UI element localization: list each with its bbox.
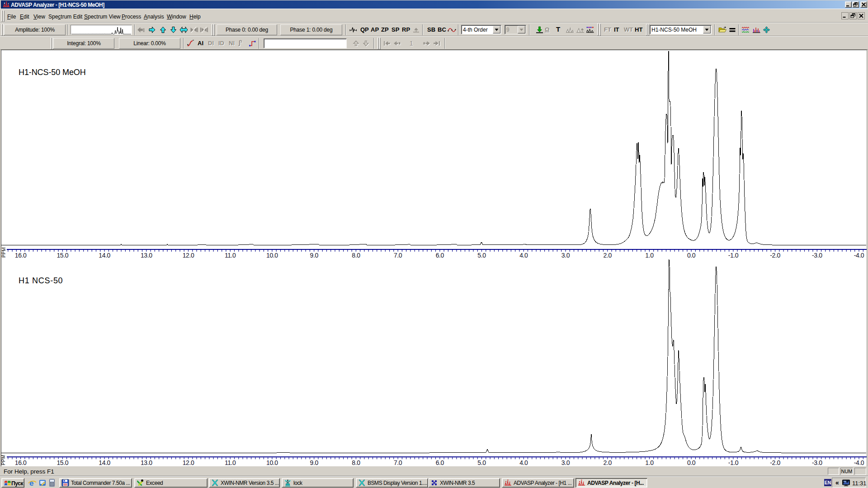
svg-text:16.0: 16.0 (15, 252, 27, 259)
svg-text:10.0: 10.0 (266, 459, 278, 466)
svg-text:3.0: 3.0 (561, 252, 570, 259)
svg-text:12.0: 12.0 (183, 459, 194, 466)
svg-text:e: e (29, 479, 33, 487)
svg-text:4.0: 4.0 (519, 459, 528, 466)
svg-text:13.0: 13.0 (141, 252, 152, 259)
svg-text:5.0: 5.0 (477, 459, 486, 466)
svg-text:H1-NCS-50 MeOH: H1-NCS-50 MeOH (19, 68, 86, 77)
svg-text:14.0: 14.0 (99, 252, 110, 259)
svg-text:8.0: 8.0 (352, 459, 360, 466)
svg-text:3.0: 3.0 (561, 459, 570, 466)
svg-text:PPM: PPM (1, 247, 6, 258)
svg-text:8.0: 8.0 (352, 252, 360, 259)
svg-text:-3.0: -3.0 (812, 252, 822, 259)
svg-text:-4.0: -4.0 (854, 459, 864, 466)
svg-text:2.0: 2.0 (604, 459, 612, 466)
svg-text:1.0: 1.0 (645, 459, 654, 466)
svg-text:6.0: 6.0 (436, 252, 444, 259)
svg-text:9.0: 9.0 (310, 459, 319, 466)
svg-text:-2.0: -2.0 (770, 459, 780, 466)
svg-text:0.0: 0.0 (687, 459, 696, 466)
svg-text:PPM: PPM (1, 455, 6, 465)
svg-text:-1.0: -1.0 (728, 252, 739, 259)
svg-text:11.0: 11.0 (225, 459, 236, 466)
svg-text:-2.0: -2.0 (770, 252, 780, 259)
svg-text:13.0: 13.0 (141, 459, 152, 466)
svg-text:14.0: 14.0 (99, 459, 110, 466)
svg-text:7.0: 7.0 (394, 459, 402, 466)
svg-text:2.0: 2.0 (604, 252, 612, 259)
svg-text:6.0: 6.0 (436, 459, 444, 466)
svg-text:-1.0: -1.0 (728, 459, 739, 466)
svg-text:-4.0: -4.0 (854, 252, 864, 259)
svg-text:7.0: 7.0 (394, 252, 402, 259)
svg-text:15.0: 15.0 (57, 459, 68, 466)
svg-text:5.0: 5.0 (477, 252, 486, 259)
svg-text:0.0: 0.0 (687, 252, 696, 259)
svg-text:16.0: 16.0 (15, 459, 27, 466)
svg-text:15.0: 15.0 (57, 252, 68, 259)
svg-text:12.0: 12.0 (183, 252, 194, 259)
svg-text:9.0: 9.0 (310, 252, 319, 259)
svg-text:11.0: 11.0 (225, 252, 236, 259)
svg-text:4.0: 4.0 (519, 252, 528, 259)
svg-text:10.0: 10.0 (266, 252, 278, 259)
svg-text:-3.0: -3.0 (812, 459, 822, 466)
svg-text:H1 NCS-50: H1 NCS-50 (19, 276, 63, 285)
svg-text:1.0: 1.0 (645, 252, 654, 259)
